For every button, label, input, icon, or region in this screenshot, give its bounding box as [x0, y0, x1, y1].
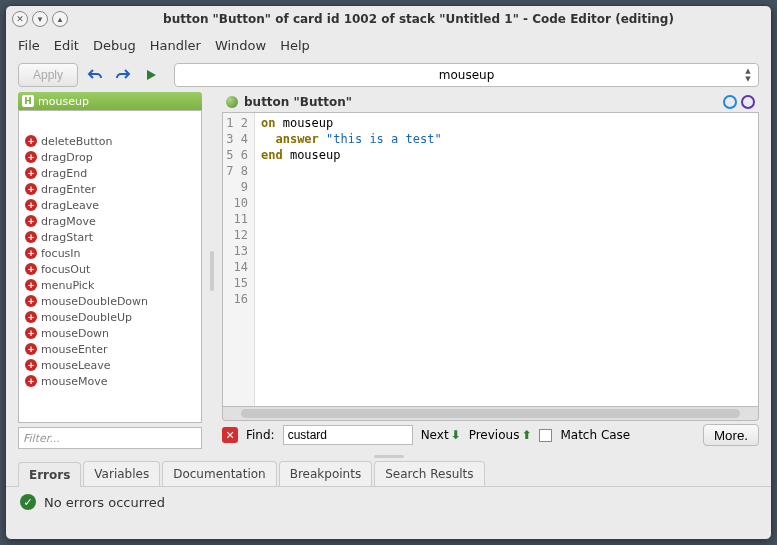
handler-item-label: mouseDown [41, 327, 109, 340]
handler-item-label: mouseDoubleUp [41, 311, 132, 324]
undo-icon[interactable] [84, 64, 106, 86]
handler-item-label: dragStart [41, 231, 93, 244]
status-bar: ✓ No errors occurred [6, 487, 771, 517]
ok-icon: ✓ [20, 494, 36, 510]
handler-item[interactable]: +focusIn [21, 245, 199, 261]
bottom-tabs: Errors Variables Documentation Breakpoin… [6, 459, 771, 487]
find-more-button[interactable]: More. [703, 424, 759, 446]
line-gutter: 1 2 3 4 5 6 7 8 9 10 11 12 13 14 15 16 [223, 113, 255, 406]
compile-status-icon [226, 96, 238, 108]
close-find-icon[interactable]: ✕ [222, 427, 238, 443]
splitter[interactable] [208, 92, 216, 449]
current-handler-label: mouseup [38, 95, 89, 108]
add-handler-icon: + [25, 199, 37, 211]
tab-errors[interactable]: Errors [18, 462, 81, 487]
add-handler-icon: + [25, 183, 37, 195]
handler-item-label: menuPick [41, 279, 94, 292]
handler-item-label: mouseMove [41, 375, 107, 388]
handler-list-header[interactable]: H mouseup [18, 92, 202, 110]
handler-item[interactable]: +mouseMove [21, 373, 199, 389]
menu-edit[interactable]: Edit [54, 38, 79, 53]
horizontal-scrollbar[interactable] [222, 407, 759, 421]
redo-icon[interactable] [112, 64, 134, 86]
handler-item[interactable]: +dragStart [21, 229, 199, 245]
tab-documentation[interactable]: Documentation [162, 461, 277, 486]
handler-list[interactable]: +deleteButton+dragDrop+dragEnd+dragEnter… [18, 110, 202, 423]
handler-item[interactable]: +menuPick [21, 277, 199, 293]
handler-item[interactable]: +dragMove [21, 213, 199, 229]
handler-item-label: dragEnter [41, 183, 96, 196]
status-message: No errors occurred [44, 495, 165, 510]
handler-item[interactable]: +mouseDoubleUp [21, 309, 199, 325]
find-label: Find: [246, 428, 275, 442]
handler-item[interactable]: +dragDrop [21, 149, 199, 165]
add-handler-icon: + [25, 295, 37, 307]
match-case-label: Match Case [560, 428, 630, 442]
apply-button[interactable]: Apply [18, 63, 78, 87]
handler-item-label: dragEnd [41, 167, 87, 180]
menu-file[interactable]: File [18, 38, 40, 53]
menubar: File Edit Debug Handler Window Help [6, 32, 771, 58]
handler-dropdown-value: mouseup [439, 68, 495, 82]
editor-panel: button "Button" 1 2 3 4 5 6 7 8 9 10 11 … [222, 92, 759, 449]
add-handler-icon: + [25, 135, 37, 147]
handler-item[interactable]: +mouseEnter [21, 341, 199, 357]
add-handler-icon: + [25, 247, 37, 259]
maximize-window-icon[interactable]: ▴ [52, 11, 68, 27]
add-handler-icon: + [25, 311, 37, 323]
handler-item-label: mouseDoubleDown [41, 295, 148, 308]
close-window-icon[interactable]: ✕ [12, 11, 28, 27]
handler-panel: H mouseup +deleteButton+dragDrop+dragEnd… [18, 92, 202, 449]
filter-input[interactable]: Filter... [18, 427, 202, 449]
find-bar: ✕ Find: Next⬇ Previous⬆ Match Case More. [222, 421, 759, 449]
add-handler-icon: + [25, 215, 37, 227]
handler-item-label: deleteButton [41, 135, 113, 148]
menu-window[interactable]: Window [215, 38, 266, 53]
handler-item[interactable]: +deleteButton [21, 133, 199, 149]
handler-item[interactable]: +mouseDoubleDown [21, 293, 199, 309]
find-previous-button[interactable]: Previous⬆ [469, 428, 532, 442]
add-handler-icon: + [25, 263, 37, 275]
handler-item-label: focusOut [41, 263, 90, 276]
code-editor-window: ✕ ▾ ▴ button "Button" of card id 1002 of… [5, 5, 772, 540]
handler-type-icon: H [22, 95, 34, 107]
add-handler-icon: + [25, 375, 37, 387]
menu-debug[interactable]: Debug [93, 38, 136, 53]
menu-help[interactable]: Help [280, 38, 310, 53]
main-area: H mouseup +deleteButton+dragDrop+dragEnd… [6, 92, 771, 453]
match-case-checkbox[interactable] [539, 429, 552, 442]
add-handler-icon: + [25, 231, 37, 243]
editor-header: button "Button" [222, 92, 759, 112]
handler-item[interactable]: +dragEnd [21, 165, 199, 181]
handler-item[interactable]: +mouseLeave [21, 357, 199, 373]
code-area[interactable]: on mouseup answer "this is a test" end m… [255, 113, 758, 406]
stepper-icon[interactable]: ▲▼ [740, 67, 756, 83]
add-handler-icon: + [25, 151, 37, 163]
handler-item[interactable]: +focusOut [21, 261, 199, 277]
window-title: button "Button" of card id 1002 of stack… [72, 12, 765, 26]
handler-dropdown[interactable]: mouseup ▲▼ [174, 63, 759, 87]
tab-variables[interactable]: Variables [83, 461, 160, 486]
handler-item[interactable]: +dragEnter [21, 181, 199, 197]
handler-item[interactable]: +dragLeave [21, 197, 199, 213]
add-handler-icon: + [25, 359, 37, 371]
run-icon[interactable] [140, 64, 162, 86]
add-handler-icon: + [25, 327, 37, 339]
minimize-window-icon[interactable]: ▾ [32, 11, 48, 27]
handler-item-label: dragDrop [41, 151, 93, 164]
find-input[interactable] [283, 425, 413, 445]
titlebar: ✕ ▾ ▴ button "Button" of card id 1002 of… [6, 6, 771, 32]
code-editor[interactable]: 1 2 3 4 5 6 7 8 9 10 11 12 13 14 15 16 o… [222, 112, 759, 407]
object-label: button "Button" [244, 95, 352, 109]
tab-breakpoints[interactable]: Breakpoints [279, 461, 372, 486]
menu-handler[interactable]: Handler [150, 38, 201, 53]
add-handler-icon: + [25, 167, 37, 179]
filter-placeholder: Filter... [23, 432, 60, 445]
handler-item[interactable]: +mouseDown [21, 325, 199, 341]
find-next-button[interactable]: Next⬇ [421, 428, 461, 442]
tab-search-results[interactable]: Search Results [374, 461, 484, 486]
history-icon[interactable] [741, 95, 755, 109]
handler-item-label: dragLeave [41, 199, 99, 212]
toolbar: Apply mouseup ▲▼ [6, 58, 771, 92]
clock-icon[interactable] [723, 95, 737, 109]
